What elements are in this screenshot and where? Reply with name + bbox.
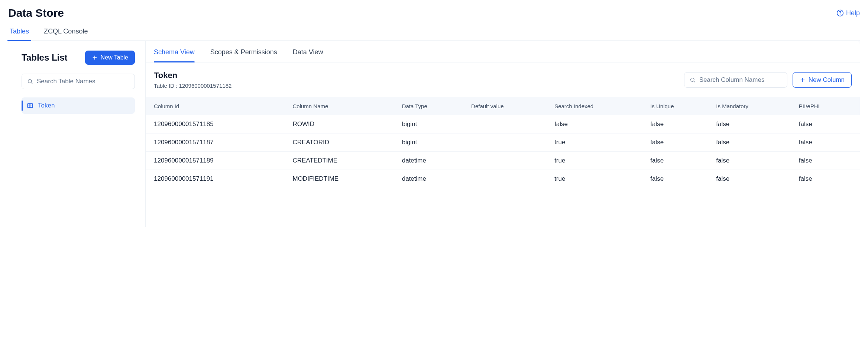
cell-default <box>466 170 549 188</box>
schema-table: Column Id Column Name Data Type Default … <box>146 97 860 188</box>
cell-name: MODIFIEDTIME <box>287 170 396 188</box>
tab-schema-view[interactable]: Schema View <box>154 45 195 62</box>
cell-pii: false <box>794 134 860 152</box>
table-icon <box>27 102 33 109</box>
cell-name: ROWID <box>287 115 396 134</box>
svg-line-5 <box>31 83 32 84</box>
cell-unique: false <box>645 115 711 134</box>
sidebar-title: Tables List <box>22 52 68 63</box>
col-header-mandatory: Is Mandatory <box>711 97 793 115</box>
table-item-label: Token <box>38 102 55 109</box>
search-icon <box>690 77 696 83</box>
tab-tables[interactable]: Tables <box>10 28 29 41</box>
table-search-input[interactable] <box>37 78 129 85</box>
schema-header-row: Column Id Column Name Data Type Default … <box>146 97 860 115</box>
cell-default <box>466 115 549 134</box>
col-header-unique: Is Unique <box>645 97 711 115</box>
svg-rect-6 <box>27 104 33 108</box>
svg-line-11 <box>694 81 695 82</box>
cell-unique: false <box>645 152 711 170</box>
sidebar: Tables List New Table <box>8 41 146 227</box>
search-icon <box>27 78 33 84</box>
cell-name: CREATORID <box>287 134 396 152</box>
cell-type: bigint <box>397 134 466 152</box>
table-row[interactable]: 12096000001571185ROWIDbigintfalsefalsefa… <box>146 115 860 134</box>
tab-scopes-permissions[interactable]: Scopes & Permissions <box>210 45 277 62</box>
main-panel: Schema View Scopes & Permissions Data Vi… <box>146 41 860 227</box>
top-tabs: Tables ZCQL Console <box>8 28 860 41</box>
table-row[interactable]: 12096000001571187CREATORIDbiginttruefals… <box>146 134 860 152</box>
cell-indexed: true <box>549 134 645 152</box>
page-title: Data Store <box>8 7 64 19</box>
col-header-indexed: Search Indexed <box>549 97 645 115</box>
table-row[interactable]: 12096000001571191MODIFIEDTIMEdatetimetru… <box>146 170 860 188</box>
cell-mandatory: false <box>711 170 793 188</box>
table-list-item-token[interactable]: Token <box>22 97 135 114</box>
table-list: Token <box>22 97 135 114</box>
cell-unique: false <box>645 134 711 152</box>
cell-default <box>466 134 549 152</box>
cell-unique: false <box>645 170 711 188</box>
svg-point-10 <box>690 78 694 81</box>
help-label: Help <box>846 9 860 17</box>
col-header-name: Column Name <box>287 97 396 115</box>
cell-mandatory: false <box>711 134 793 152</box>
col-header-pii: PII/ePHI <box>794 97 860 115</box>
column-search-input[interactable] <box>699 76 782 84</box>
help-icon <box>836 9 844 17</box>
col-header-id: Column Id <box>146 97 287 115</box>
cell-id: 12096000001571185 <box>146 115 287 134</box>
cell-pii: false <box>794 152 860 170</box>
svg-point-4 <box>28 80 32 83</box>
cell-default <box>466 152 549 170</box>
new-table-button[interactable]: New Table <box>85 51 135 65</box>
cell-id: 12096000001571189 <box>146 152 287 170</box>
main-header: Token Table ID : 12096000001571182 New C… <box>146 62 860 97</box>
sub-tabs: Schema View Scopes & Permissions Data Vi… <box>146 45 860 62</box>
cell-pii: false <box>794 170 860 188</box>
table-name-title: Token <box>154 71 231 80</box>
plus-icon <box>800 77 806 83</box>
cell-type: datetime <box>397 152 466 170</box>
table-id-label: Table ID : 12096000001571182 <box>154 83 231 89</box>
table-search-wrap <box>22 74 135 89</box>
tab-zcql-console[interactable]: ZCQL Console <box>44 28 88 41</box>
cell-indexed: false <box>549 115 645 134</box>
new-column-label: New Column <box>809 76 845 84</box>
cell-indexed: true <box>549 170 645 188</box>
cell-name: CREATEDTIME <box>287 152 396 170</box>
column-search-wrap <box>684 72 787 88</box>
col-header-default: Default value <box>466 97 549 115</box>
cell-id: 12096000001571187 <box>146 134 287 152</box>
cell-mandatory: false <box>711 152 793 170</box>
svg-point-1 <box>840 15 840 15</box>
tab-data-view[interactable]: Data View <box>293 45 323 62</box>
col-header-type: Data Type <box>397 97 466 115</box>
cell-id: 12096000001571191 <box>146 170 287 188</box>
cell-pii: false <box>794 115 860 134</box>
new-column-button[interactable]: New Column <box>793 72 852 88</box>
page-header: Data Store Help <box>8 7 860 19</box>
plus-icon <box>92 55 98 61</box>
cell-type: bigint <box>397 115 466 134</box>
cell-type: datetime <box>397 170 466 188</box>
cell-indexed: true <box>549 152 645 170</box>
table-row[interactable]: 12096000001571189CREATEDTIMEdatetimetrue… <box>146 152 860 170</box>
help-link[interactable]: Help <box>836 9 860 17</box>
new-table-label: New Table <box>101 54 128 61</box>
cell-mandatory: false <box>711 115 793 134</box>
